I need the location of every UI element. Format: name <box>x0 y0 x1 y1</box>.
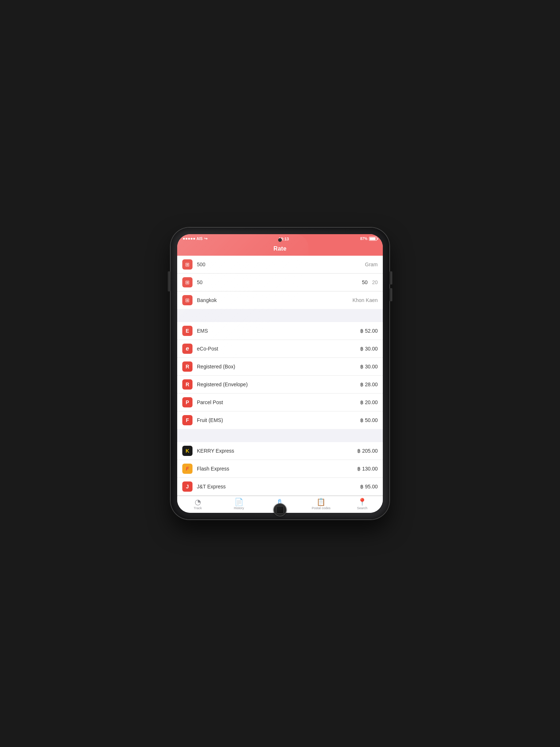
calc-icon-weight: ⊞ <box>182 259 192 270</box>
divider-2 <box>177 432 383 442</box>
kerry-name: KERRY Express <box>197 448 357 454</box>
fruit-icon: F <box>182 415 192 425</box>
ems-icon: E <box>182 326 192 336</box>
kerry-icon: K <box>182 446 192 456</box>
jt-icon: J <box>182 481 192 492</box>
parcel-name: Parcel Post <box>197 399 360 405</box>
tab-postal-label: Postal codes <box>312 506 331 510</box>
main-content[interactable]: ⊞ 500 Gram ⊞ 50 50 20 ⊞ <box>177 256 383 496</box>
eco-name: eCo-Post <box>197 346 360 352</box>
search-icon: 📍 <box>358 498 367 506</box>
jt-price: ฿ 95.00 <box>360 484 378 489</box>
list-item[interactable]: R Registered (Box) ฿ 30.00 <box>177 358 383 376</box>
front-camera <box>279 239 281 241</box>
input-section: ⊞ 500 Gram ⊞ 50 50 20 ⊞ <box>177 256 383 309</box>
battery-icon <box>369 237 377 241</box>
divider-1 <box>177 312 383 322</box>
carrier-label: AIS <box>197 237 203 241</box>
parcel-price: ฿ 20.00 <box>360 399 378 405</box>
track-icon: ◔ <box>195 498 201 506</box>
reg-box-price: ฿ 30.00 <box>360 364 378 369</box>
battery-fill <box>370 237 376 240</box>
list-item[interactable]: J J&T Express ฿ 95.00 <box>177 478 383 496</box>
tab-history[interactable]: 📄 History <box>218 498 260 510</box>
tab-track[interactable]: ◔ Track <box>177 498 218 510</box>
tab-search-label: Search <box>357 506 368 510</box>
flash-name: Flash Express <box>197 466 357 472</box>
power-button[interactable] <box>168 271 171 291</box>
size-value3: 20 <box>372 279 378 285</box>
postal-icon: 📋 <box>316 498 326 506</box>
home-button-inner <box>276 506 284 514</box>
list-item[interactable]: F Flash Express ฿ 130.00 <box>177 460 383 478</box>
kerry-price: ฿ 205.00 <box>357 448 378 454</box>
ems-price: ฿ 52.00 <box>360 328 378 334</box>
list-item[interactable]: E EMS ฿ 52.00 <box>177 322 383 340</box>
tab-postal[interactable]: 📋 Postal codes <box>300 498 342 510</box>
home-button-area <box>273 503 287 516</box>
post-services-list: E EMS ฿ 52.00 e eCo-Post ฿ 30.00 R Regis… <box>177 322 383 429</box>
dest-city: Khon Kaen <box>353 297 378 303</box>
ems-name: EMS <box>197 328 360 334</box>
tab-track-label: Track <box>194 506 202 510</box>
weight-row[interactable]: ⊞ 500 Gram <box>177 256 383 274</box>
list-item[interactable]: P Parcel Post ฿ 20.00 <box>177 394 383 411</box>
reg-box-name: Registered (Box) <box>197 364 360 369</box>
history-icon: 📄 <box>234 498 244 506</box>
fruit-price: ฿ 50.00 <box>360 417 378 423</box>
weight-unit: Gram <box>365 262 378 267</box>
reg-env-name: Registered (Envelope) <box>197 382 360 387</box>
weight-value: 500 <box>197 262 365 267</box>
reg-env-icon: R <box>182 379 192 390</box>
volume-down-button[interactable] <box>389 288 392 301</box>
page-title: Rate <box>273 245 287 252</box>
status-left: AIS ↪ <box>183 236 207 241</box>
fruit-name: Fruit (EMS) <box>197 417 360 423</box>
eco-price: ฿ 30.00 <box>360 346 378 352</box>
app-header: Rate <box>177 243 383 256</box>
home-button[interactable] <box>273 503 287 516</box>
location-row[interactable]: ⊞ Bangkok Khon Kaen <box>177 291 383 309</box>
status-right: 87% <box>360 237 377 241</box>
wifi-icon: ↪ <box>204 236 207 241</box>
list-item[interactable]: F Fruit (EMS) ฿ 50.00 <box>177 411 383 429</box>
origin-city: Bangkok <box>197 297 353 303</box>
flash-price: ฿ 130.00 <box>357 466 378 472</box>
tab-search[interactable]: 📍 Search <box>342 498 383 510</box>
tab-history-label: History <box>234 506 244 510</box>
jt-name: J&T Express <box>197 484 360 489</box>
list-item[interactable]: R Registered (Envelope) ฿ 28.00 <box>177 376 383 394</box>
size-value1: 50 <box>197 279 357 285</box>
courier-services-list: K KERRY Express ฿ 205.00 F Flash Express… <box>177 442 383 496</box>
app-screen: AIS ↪ 18:13 87% Rate ⊞ <box>177 234 383 513</box>
list-item[interactable]: e eCo-Post ฿ 30.00 <box>177 340 383 358</box>
size-row[interactable]: ⊞ 50 50 20 <box>177 274 383 291</box>
reg-env-price: ฿ 28.00 <box>360 382 378 387</box>
calc-icon-size: ⊞ <box>182 277 192 287</box>
device-frame: AIS ↪ 18:13 87% Rate ⊞ <box>171 228 389 519</box>
eco-icon: e <box>182 344 192 354</box>
reg-box-icon: R <box>182 361 192 372</box>
battery-percent: 87% <box>360 237 368 241</box>
calc-icon-location: ⊞ <box>182 295 192 305</box>
size-value2: 50 <box>357 279 372 285</box>
list-item[interactable]: K KERRY Express ฿ 205.00 <box>177 442 383 460</box>
parcel-icon: P <box>182 397 192 407</box>
flash-icon: F <box>182 464 192 474</box>
signal-dots <box>183 238 195 240</box>
volume-up-button[interactable] <box>389 271 392 285</box>
